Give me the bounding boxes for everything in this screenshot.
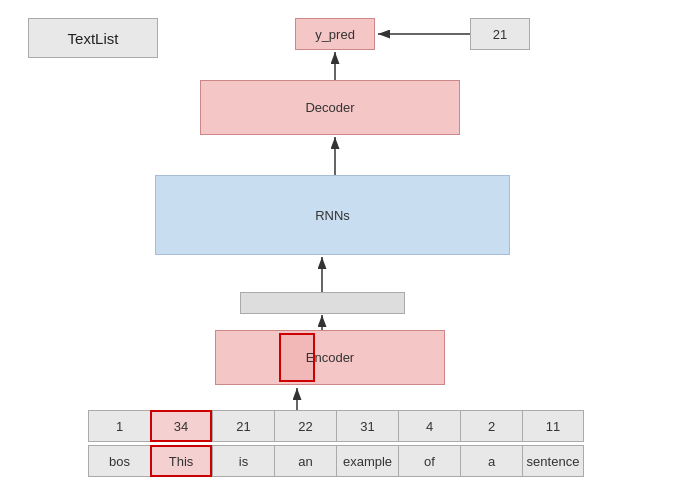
word-cell-5: of [398, 445, 460, 477]
word-cell-0: bos [88, 445, 150, 477]
word-cell-7: sentence [522, 445, 584, 477]
word-cell-1-highlight: This [150, 445, 212, 477]
encoder-box: Encoder [215, 330, 445, 385]
word-cell-3: an [274, 445, 336, 477]
word-cell-2: is [212, 445, 274, 477]
token-cell-6: 2 [460, 410, 522, 442]
word-row: bos This is an example of a sentence [88, 445, 584, 477]
token-cell-7: 11 [522, 410, 584, 442]
rnns-box: RNNs [155, 175, 510, 255]
token-cell-5: 4 [398, 410, 460, 442]
token-cell-0: 1 [88, 410, 150, 442]
textlist-label: TextList [28, 18, 158, 58]
word-cell-4: example [336, 445, 398, 477]
token-cell-1-highlight: 34 [150, 410, 212, 442]
diagram: TextList y_pred 21 Decoder RNNs Encoder … [0, 0, 684, 500]
connector-box [240, 292, 405, 314]
word-cell-6: a [460, 445, 522, 477]
token-cell-2: 21 [212, 410, 274, 442]
decoder-box: Decoder [200, 80, 460, 135]
token-row: 1 34 21 22 31 4 2 11 [88, 410, 584, 442]
token-cell-4: 31 [336, 410, 398, 442]
encoder-highlight [279, 333, 315, 382]
token-cell-3: 22 [274, 410, 336, 442]
ypred-box: y_pred [295, 18, 375, 50]
num21-box: 21 [470, 18, 530, 50]
